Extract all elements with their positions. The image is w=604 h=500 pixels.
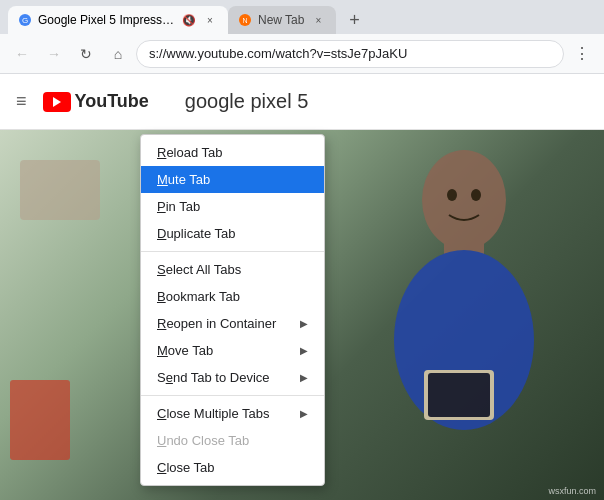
svg-point-8 [471,189,481,201]
tab-new[interactable]: N New Tab × [228,6,336,34]
menu-item-label-reopen-container: Reopen in Container [157,316,300,331]
title-bar: G Google Pixel 5 Impressions... 🔇 × N Ne… [0,0,604,34]
svg-rect-10 [428,373,490,417]
tab-title-2: New Tab [258,13,304,27]
menu-item-label-pin: Pin Tab [157,199,308,214]
context-menu-item-pin[interactable]: Pin Tab [141,193,324,220]
menu-item-label-move-tab: Move Tab [157,343,300,358]
background-object-red [10,380,70,460]
home-button[interactable]: ⌂ [104,40,132,68]
watermark: wsxfun.com [548,486,596,496]
person-silhouette [324,140,564,460]
menu-item-label-mute: Mute Tab [157,172,308,187]
mute-icon: 🔇 [182,14,196,27]
browser-frame: G Google Pixel 5 Impressions... 🔇 × N Ne… [0,0,604,500]
youtube-page-title: google pixel 5 [185,90,308,113]
context-menu-item-move-tab[interactable]: Move Tab ▶ [141,337,324,364]
menu-separator-1 [141,251,324,252]
context-menu-item-reopen-container[interactable]: Reopen in Container ▶ [141,310,324,337]
youtube-header: ≡ YouTube google pixel 5 [0,74,604,130]
youtube-logo-text: YouTube [75,91,149,112]
refresh-button[interactable]: ↻ [72,40,100,68]
context-menu-item-reload[interactable]: Reload Tab [141,139,324,166]
tab-google-pixel[interactable]: G Google Pixel 5 Impressions... 🔇 × [8,6,228,34]
tab-favicon-1: G [18,13,32,27]
send-tab-arrow: ▶ [300,372,308,383]
reopen-container-arrow: ▶ [300,318,308,329]
context-menu-item-duplicate[interactable]: Duplicate Tab [141,220,324,247]
menu-item-label-close-tab: Close Tab [157,460,308,475]
context-menu-item-close-multiple[interactable]: Close Multiple Tabs ▶ [141,400,324,427]
toolbar: ← → ↻ ⌂ s://www.youtube.com/watch?v=stsJ… [0,34,604,74]
context-menu: Reload Tab Mute Tab Pin Tab Duplicate Ta… [140,134,325,486]
tab-close-2[interactable]: × [310,12,326,28]
tab-strip: G Google Pixel 5 Impressions... 🔇 × N Ne… [8,0,596,34]
menu-item-label-send-tab: Send Tab to Device [157,370,300,385]
address-bar[interactable]: s://www.youtube.com/watch?v=stsJe7pJaKU [136,40,564,68]
tab-favicon-2: N [238,13,252,27]
context-menu-item-send-tab[interactable]: Send Tab to Device ▶ [141,364,324,391]
svg-point-7 [447,189,457,201]
background-furniture [20,160,100,220]
menu-separator-2 [141,395,324,396]
browser-menu-button[interactable]: ⋮ [568,40,596,68]
youtube-logo: YouTube [43,91,149,112]
close-multiple-arrow: ▶ [300,408,308,419]
tab-title-1: Google Pixel 5 Impressions... [38,13,176,27]
address-text: s://www.youtube.com/watch?v=stsJe7pJaKU [149,46,407,61]
new-tab-button[interactable]: + [340,6,368,34]
svg-point-4 [422,150,506,250]
menu-item-label-undo-close: Undo Close Tab [157,433,308,448]
context-menu-item-bookmark[interactable]: Bookmark Tab [141,283,324,310]
page-content: ≡ YouTube google pixel 5 [0,74,604,500]
context-menu-item-close-tab[interactable]: Close Tab [141,454,324,481]
back-button[interactable]: ← [8,40,36,68]
tab-close-1[interactable]: × [202,12,218,28]
move-tab-arrow: ▶ [300,345,308,356]
context-menu-item-undo-close: Undo Close Tab [141,427,324,454]
context-menu-item-select-all[interactable]: Select All Tabs [141,256,324,283]
svg-text:G: G [22,16,28,25]
svg-text:N: N [242,17,247,24]
forward-button[interactable]: → [40,40,68,68]
youtube-logo-icon [43,92,71,112]
context-menu-item-mute[interactable]: Mute Tab [141,166,324,193]
menu-item-label-reload: Reload Tab [157,145,308,160]
menu-item-label-duplicate: Duplicate Tab [157,226,308,241]
menu-item-label-select-all: Select All Tabs [157,262,308,277]
menu-item-label-close-multiple: Close Multiple Tabs [157,406,300,421]
youtube-menu-icon[interactable]: ≡ [16,91,27,112]
menu-item-label-bookmark: Bookmark Tab [157,289,308,304]
